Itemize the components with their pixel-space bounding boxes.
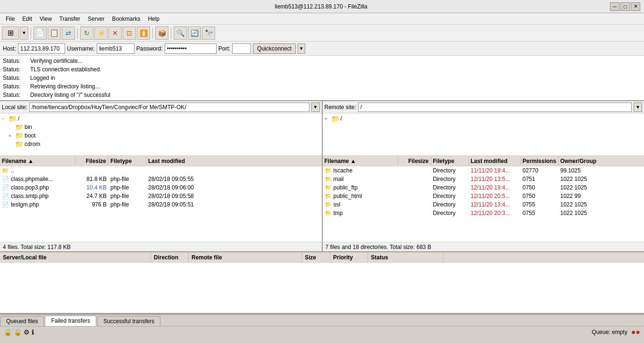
close-tab-button[interactable]: 📋: [48, 26, 61, 40]
quickconnect-button[interactable]: Quickconnect: [253, 43, 296, 54]
remote-row-0[interactable]: 📁lscache Directory 11/11/20 19:4... 0277…: [323, 166, 644, 175]
menu-file[interactable]: File: [2, 15, 18, 23]
tab-successful-transfers[interactable]: Successful transfers: [97, 316, 160, 326]
local-col-filetype[interactable]: Filetype: [109, 157, 146, 165]
refresh-button[interactable]: 🔄: [188, 26, 201, 40]
host-input[interactable]: [18, 43, 65, 54]
reconnect-button[interactable]: ↻: [80, 26, 93, 40]
stop-button[interactable]: ⊡: [123, 26, 136, 40]
remote-row-1[interactable]: 📁mail Directory 12/11/20 13:5... 0751 10…: [323, 175, 644, 183]
menu-edit[interactable]: Edit: [18, 15, 36, 23]
remote-tree[interactable]: + 📁 /: [323, 113, 644, 156]
queue-col-server[interactable]: Server/Local file: [0, 252, 151, 262]
menu-bookmarks[interactable]: Bookmarks: [108, 15, 144, 23]
remote-path-dropdown[interactable]: ▼: [634, 103, 642, 112]
remote-row-3[interactable]: 📁public_html Directory 12/11/20 20:5... …: [323, 192, 644, 200]
toolbar-separator-2: [77, 27, 78, 39]
menu-view[interactable]: View: [36, 15, 56, 23]
search-button[interactable]: 🔍: [174, 26, 187, 40]
tree-item-remote-root[interactable]: + 📁 /: [325, 114, 643, 123]
status-text-4: Retrieving directory listing...: [30, 82, 100, 91]
local-row-1[interactable]: 📄class.pop3.php 10.4 KB php-file 28/02/1…: [0, 183, 322, 192]
local-file-list[interactable]: 📁.. 📄class.phpmaile... 81.8 KB php-file …: [0, 166, 322, 242]
restore-button[interactable]: □: [620, 2, 630, 11]
remote-row-4[interactable]: 📁ssl Directory 12/11/20 13:4... 0755 102…: [323, 200, 644, 209]
queue-col-status[interactable]: Status: [368, 252, 443, 262]
local-panel: Local site: ▼ − 📁 / 📁 bin + 📁 boot: [0, 101, 323, 251]
folder-icon-bin: 📁: [15, 123, 23, 131]
remote-col-permissions[interactable]: Permissions: [521, 157, 559, 165]
status-row-5: Status: Directory listing of "/" success…: [3, 91, 641, 99]
port-input[interactable]: [232, 43, 251, 54]
tree-label-root: /: [18, 115, 19, 122]
remote-col-owner[interactable]: Owner/Group: [559, 157, 606, 165]
tab-failed-transfers[interactable]: Failed transfers: [45, 316, 96, 326]
show-local-button[interactable]: ⇄: [62, 26, 75, 40]
remote-file-list[interactable]: 📁lscache Directory 11/11/20 19:4... 0277…: [323, 166, 644, 242]
tree-item-bin[interactable]: 📁 bin: [2, 123, 320, 131]
quickconnect-dropdown[interactable]: ▼: [298, 43, 305, 54]
local-row-0[interactable]: 📄class.phpmaile... 81.8 KB php-file 28/0…: [0, 175, 322, 183]
remote-col-filename[interactable]: Filename ▲: [323, 157, 398, 165]
status-dots: ●●: [631, 328, 640, 336]
new-tab-button[interactable]: 📄: [33, 26, 47, 40]
minimize-button[interactable]: ─: [610, 2, 619, 11]
tree-toggle-root[interactable]: −: [2, 116, 8, 121]
local-path-dropdown[interactable]: ▼: [311, 103, 320, 112]
username-input[interactable]: [97, 43, 134, 54]
queue-col-priority[interactable]: Priority: [330, 252, 368, 262]
queue-button[interactable]: ⏫: [137, 26, 150, 40]
remote-file-date-5: 12/11/20 20:3...: [469, 210, 521, 216]
tree-label-cdrom: cdrom: [25, 141, 40, 147]
queue-col-size[interactable]: Size: [302, 252, 330, 262]
local-file-type-3: php-file: [109, 201, 146, 208]
bottom-tabs: Queued files Failed transfers Successful…: [0, 314, 644, 326]
local-row-3[interactable]: 📄testgm.php 976 B php-file 28/02/18 09:0…: [0, 200, 322, 209]
site-manager-button[interactable]: ⊞: [2, 26, 19, 40]
close-button[interactable]: ✕: [631, 2, 640, 11]
remote-row-2[interactable]: 📁public_ftp Directory 12/11/20 19:4... 0…: [323, 183, 644, 192]
site-manager-dropdown[interactable]: ▼: [20, 26, 28, 40]
password-input[interactable]: [165, 43, 217, 54]
remote-row-5[interactable]: 📁tmp Directory 12/11/20 20:3... 0755 102…: [323, 209, 644, 217]
local-file-name-2: 📄class.smtp.php: [0, 193, 75, 199]
remote-col-lastmod[interactable]: Last modified: [469, 157, 521, 165]
binoculars-button[interactable]: 🔭: [202, 26, 215, 40]
local-site-label: Local site:: [2, 104, 27, 111]
remote-site-label: Remote site:: [325, 104, 356, 111]
filetype-button[interactable]: 📦: [155, 26, 168, 40]
menu-server[interactable]: Server: [84, 15, 108, 23]
tree-item-cdrom[interactable]: 📁 cdrom: [2, 140, 320, 148]
cancel-button[interactable]: ✕: [109, 26, 122, 40]
status-label-3: Status:: [3, 74, 26, 82]
status-label-1: Status:: [3, 57, 26, 65]
process-queue-button[interactable]: ⚡: [94, 26, 108, 40]
tab-queued-files[interactable]: Queued files: [0, 316, 44, 326]
menu-transfer[interactable]: Transfer: [56, 15, 84, 23]
remote-col-filetype[interactable]: Filetype: [431, 157, 469, 165]
menubar: File Edit View Transfer Server Bookmarks…: [0, 13, 644, 25]
local-col-filesize[interactable]: Filesize: [75, 157, 109, 165]
status-label-2: Status:: [3, 65, 26, 74]
tree-item-root[interactable]: − 📁 /: [2, 114, 320, 123]
tree-toggle-boot[interactable]: +: [8, 133, 15, 138]
queue-col-remotefile[interactable]: Remote file: [189, 252, 302, 262]
local-file-date-0: 28/02/18 09:05:55: [146, 176, 208, 182]
tree-item-boot[interactable]: + 📁 boot: [2, 131, 320, 140]
remote-file-perm-5: 0755: [521, 210, 559, 216]
local-path-input[interactable]: [29, 103, 309, 112]
status-text-2: TLS connection established.: [30, 65, 101, 74]
remote-path-input[interactable]: [358, 103, 632, 112]
local-col-lastmod[interactable]: Last modified: [146, 157, 208, 165]
queue-col-direction[interactable]: Direction: [151, 252, 189, 262]
local-row-parent[interactable]: 📁..: [0, 166, 322, 175]
status-log: Status: Verifying certificate... Status:…: [0, 56, 644, 101]
remote-col-filesize[interactable]: Filesize: [398, 157, 431, 165]
local-col-filename[interactable]: Filename ▲: [0, 157, 75, 165]
menu-help[interactable]: Help: [144, 15, 163, 23]
queue-header: Server/Local file Direction Remote file …: [0, 252, 644, 263]
remote-file-name-0: 📁lscache: [323, 167, 398, 174]
local-tree[interactable]: − 📁 / 📁 bin + 📁 boot 📁 cdrom: [0, 113, 322, 156]
local-row-2[interactable]: 📄class.smtp.php 24.7 KB php-file 28/02/1…: [0, 192, 322, 200]
tree-toggle-remote-root[interactable]: +: [325, 116, 331, 121]
